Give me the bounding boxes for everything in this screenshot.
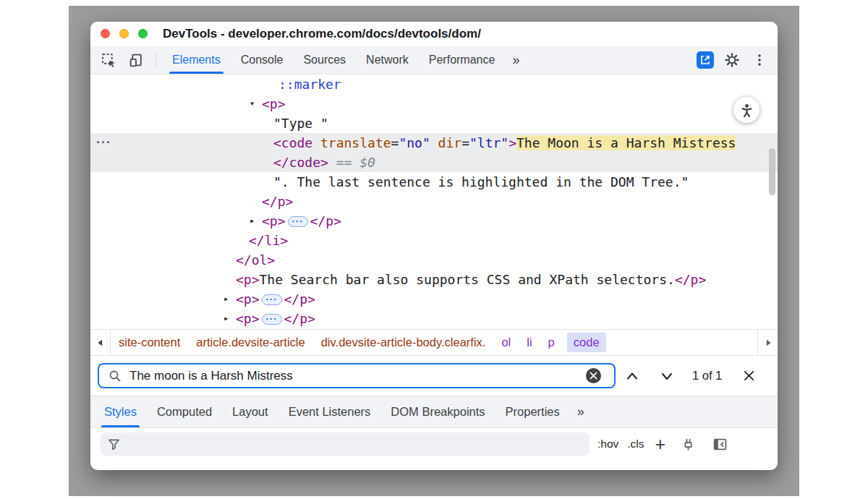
token-hl: The Moon is a Harsh Mistress [516, 135, 736, 150]
token-value: "ltr" [469, 135, 509, 150]
dom-node-text: <p>···</p> [236, 289, 315, 309]
tab-performance[interactable]: Performance [419, 46, 506, 74]
token-tag: </p> [284, 291, 315, 307]
panel-tabs: ElementsConsoleSourcesNetworkPerformance [162, 46, 505, 74]
kebab-menu-icon[interactable] [750, 51, 769, 69]
window-titlebar: DevTools - developer.chrome.com/docs/dev… [90, 22, 778, 46]
breadcrumb-scroll-left-icon[interactable] [90, 330, 111, 355]
token-tag: </p> [310, 213, 341, 229]
breadcrumb-item-code[interactable]: code [567, 333, 606, 352]
sidebar-tab-event-listeners[interactable]: Event Listeners [278, 396, 381, 427]
styles-filter-bar: :hov .cls + [90, 428, 778, 460]
accessibility-person-icon[interactable] [733, 97, 760, 123]
breadcrumb-item-site-content[interactable]: site-content [119, 336, 180, 349]
token-attr: dir [430, 135, 461, 150]
previous-result-icon[interactable] [624, 368, 640, 384]
device-toolbar-icon[interactable] [127, 51, 145, 69]
token-value: "no" [399, 135, 430, 150]
tab-console[interactable]: Console [231, 46, 294, 74]
token-pseudo: ::marker [278, 77, 341, 92]
zoom-window-button[interactable] [138, 29, 148, 38]
next-result-icon[interactable] [659, 368, 675, 384]
dom-tree-row[interactable]: </ol> [90, 250, 778, 270]
sidebar-tab-properties[interactable]: Properties [495, 396, 570, 427]
devtools-window: DevTools - developer.chrome.com/docs/dev… [90, 22, 778, 470]
sidebar-tab-computed[interactable]: Computed [147, 396, 222, 427]
breadcrumb-list: site-contentarticle.devsite-articlediv.d… [111, 333, 610, 352]
toolbar-right-icons [697, 51, 769, 69]
window-title: DevTools - developer.chrome.com/docs/dev… [163, 27, 481, 41]
search-box [98, 363, 616, 388]
inspect-element-icon[interactable] [99, 51, 118, 69]
search-icon [108, 369, 122, 383]
sidebar-toggle-icon[interactable] [710, 435, 729, 453]
tab-elements[interactable]: Elements [162, 46, 231, 74]
open-in-new-icon[interactable] [697, 51, 714, 69]
tab-sources[interactable]: Sources [293, 46, 356, 74]
breadcrumb-item-div-devsite-article-body-clearfix[interactable]: div.devsite-article-body.clearfix. [321, 336, 486, 349]
dom-tree-row[interactable]: ▸<p>···</p> [90, 211, 778, 231]
minimize-window-button[interactable] [119, 29, 129, 38]
sidebar-tab-styles[interactable]: Styles [94, 396, 147, 427]
dom-tree-row[interactable]: ". The last sentence is highlighted in t… [90, 172, 778, 192]
dom-node-text: </ol> [236, 250, 275, 270]
clear-search-icon[interactable] [586, 368, 601, 383]
expand-arrow-icon[interactable]: ▸ [250, 211, 255, 231]
dom-tree-row[interactable]: ::marker [90, 74, 778, 94]
breadcrumb-item-p[interactable]: p [548, 336, 555, 349]
token-punct: = [461, 135, 469, 150]
token-tag: </p> [284, 311, 315, 326]
dom-node-text: <p>···</p> [262, 211, 341, 231]
dom-tree-row[interactable]: ▾<p> [90, 94, 778, 114]
more-sidebar-tabs-button[interactable]: » [570, 404, 592, 419]
token-attr: translate [312, 135, 391, 150]
collapse-arrow-icon[interactable]: ▾ [250, 94, 255, 114]
new-style-rule-button[interactable]: + [655, 437, 666, 451]
dom-tree-row[interactable]: </p> [90, 192, 778, 211]
token-tag: </code> [273, 155, 328, 170]
expand-ellipsis-button[interactable]: ··· [262, 314, 282, 325]
breadcrumb-item-li[interactable]: li [527, 336, 532, 349]
tab-network[interactable]: Network [356, 46, 419, 74]
settings-gear-icon[interactable] [723, 51, 741, 69]
sidebar-tab-list: StylesComputedLayoutEvent ListenersDOM B… [94, 396, 570, 427]
token-meta: == $0 [328, 155, 375, 170]
token-tag: <code [273, 135, 312, 150]
toggle-element-state-button[interactable]: :hov [597, 438, 618, 451]
styles-filter-input[interactable] [100, 432, 590, 456]
devtools-toolbar: ElementsConsoleSourcesNetworkPerformance… [90, 46, 778, 74]
search-input[interactable] [129, 369, 586, 383]
plug-icon[interactable] [678, 435, 697, 453]
more-panels-button[interactable]: » [505, 53, 527, 68]
row-overflow-dots-icon[interactable]: ··· [96, 133, 111, 153]
sidebar-tab-dom-breakpoints[interactable]: DOM Breakpoints [380, 396, 495, 427]
dom-node-text: </li> [249, 231, 288, 250]
toggle-class-button[interactable]: .cls [627, 438, 644, 451]
dom-node-text: </p> [262, 192, 293, 211]
token-text: The Search bar also supports CSS and XPa… [260, 272, 675, 287]
dom-tree-row[interactable]: ▸<p>···</p> [90, 309, 778, 328]
token-tag: > [509, 135, 516, 150]
vertical-scrollbar-thumb[interactable] [769, 148, 775, 195]
close-search-icon[interactable] [741, 368, 757, 384]
dom-tree-row[interactable]: <p>The Search bar also supports CSS and … [90, 270, 778, 289]
dom-search-bar: 1 of 1 [90, 356, 778, 396]
breadcrumb-scroll-right-icon[interactable] [757, 330, 778, 355]
sidebar-tab-layout[interactable]: Layout [222, 396, 278, 427]
expand-arrow-icon[interactable]: ▸ [224, 289, 229, 309]
dom-tree-row[interactable]: "Type " [90, 114, 778, 133]
expand-arrow-icon[interactable]: ▸ [224, 309, 229, 328]
dom-tree-row[interactable]: ▸<p>···</p> [90, 289, 778, 309]
toolbar-separator [156, 52, 156, 68]
dom-tree-row[interactable]: </li> [90, 231, 778, 250]
breadcrumb-item-ol[interactable]: ol [501, 336, 511, 349]
expand-ellipsis-button[interactable]: ··· [288, 216, 308, 227]
dom-node-text: <p>The Search bar also supports CSS and … [236, 270, 706, 289]
dom-tree-row[interactable]: ···<code translate="no" dir="ltr">The Mo… [90, 133, 778, 153]
breadcrumb-item-article-devsite-article[interactable]: article.devsite-article [196, 336, 305, 349]
dom-tree-row[interactable]: </code> == $0 [90, 153, 778, 172]
search-result-count: 1 of 1 [692, 369, 722, 383]
close-window-button[interactable] [101, 29, 110, 38]
token-tag: </p> [262, 194, 293, 209]
expand-ellipsis-button[interactable]: ··· [262, 294, 282, 305]
